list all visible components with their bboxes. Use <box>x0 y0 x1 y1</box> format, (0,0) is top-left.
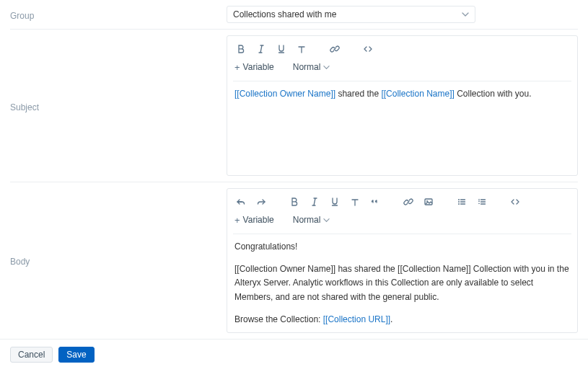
list-ol-icon[interactable] <box>473 193 491 210</box>
list-ul-icon[interactable] <box>452 193 471 210</box>
field-group: Collections shared with me <box>227 6 578 23</box>
svg-point-4 <box>458 203 460 205</box>
label-group: Group <box>10 8 227 21</box>
subject-toolbar-1 <box>227 36 577 59</box>
svg-point-1 <box>426 200 428 202</box>
code-icon[interactable] <box>359 40 377 58</box>
link-icon[interactable] <box>325 40 344 58</box>
redo-icon[interactable] <box>252 193 271 210</box>
save-button[interactable]: Save <box>58 347 94 363</box>
link-icon[interactable] <box>399 193 418 210</box>
svg-point-2 <box>458 199 460 200</box>
row-group: Group Collections shared with me <box>10 0 578 29</box>
variable-label: Variable <box>243 215 274 225</box>
group-select[interactable]: Collections shared with me <box>227 6 475 23</box>
body-line1: Congratulations! <box>234 240 570 254</box>
paragraph-style-dropdown[interactable]: Normal <box>289 212 335 228</box>
body-line3-after: . <box>390 314 392 324</box>
subject-text-tail: Collection with you. <box>455 89 532 99</box>
svg-point-3 <box>458 201 460 203</box>
chevron-down-icon <box>323 64 330 71</box>
form-footer: Cancel Save <box>0 339 588 370</box>
field-subject: +Variable Normal [[Collection Owner Name… <box>227 35 578 176</box>
field-body: +Variable Normal Congratulations! [[Coll… <box>227 188 578 333</box>
token-collection-url[interactable]: [[Collection URL]] <box>323 314 390 324</box>
insert-variable-button[interactable]: +Variable <box>232 212 280 228</box>
cancel-button[interactable]: Cancel <box>10 347 53 363</box>
body-toolbar-2: +Variable Normal <box>227 212 577 232</box>
bold-icon[interactable] <box>232 40 250 58</box>
label-subject: Subject <box>10 35 227 176</box>
subject-editor: +Variable Normal [[Collection Owner Name… <box>227 35 578 176</box>
paragraph-style-label: Normal <box>293 215 321 225</box>
paragraph-style-label: Normal <box>293 62 321 72</box>
quote-icon[interactable] <box>366 193 385 210</box>
svg-rect-0 <box>425 199 432 205</box>
row-body: Body <box>10 182 578 339</box>
subject-toolbar-2: +Variable Normal <box>227 59 577 79</box>
underline-icon[interactable] <box>325 193 344 210</box>
variable-label: Variable <box>243 62 274 72</box>
plus-icon: + <box>234 62 240 73</box>
body-line3-before: Browse the Collection: <box>234 314 323 324</box>
body-editor: +Variable Normal Congratulations! [[Coll… <box>227 188 578 333</box>
token-collection-name[interactable]: [[Collection Name]] <box>381 89 454 99</box>
row-subject: Subject +Variable Normal <box>10 29 578 182</box>
image-icon[interactable] <box>419 193 438 210</box>
body-content[interactable]: Congratulations! [[Collection Owner Name… <box>227 234 577 332</box>
undo-icon[interactable] <box>232 193 250 210</box>
plus-icon: + <box>234 215 240 226</box>
body-toolbar-1 <box>227 189 577 212</box>
body-line3: Browse the Collection: [[Collection URL]… <box>234 313 570 327</box>
subject-text: shared the <box>335 89 381 99</box>
italic-icon[interactable] <box>305 193 324 210</box>
bold-icon[interactable] <box>285 193 304 210</box>
text-style-icon[interactable] <box>292 40 311 58</box>
code-icon[interactable] <box>506 193 525 210</box>
label-body: Body <box>10 188 227 333</box>
italic-icon[interactable] <box>252 40 271 58</box>
chevron-down-icon <box>323 217 330 223</box>
body-line2: [[Collection Owner Name]] has shared the… <box>234 262 570 304</box>
text-style-icon[interactable] <box>346 193 364 210</box>
notification-form: Group Collections shared with me Subject <box>0 0 588 339</box>
subject-content[interactable]: [[Collection Owner Name]] shared the [[C… <box>227 81 577 175</box>
token-owner[interactable]: [[Collection Owner Name]] <box>234 89 335 99</box>
chevron-down-icon <box>462 11 469 18</box>
group-select-value: Collections shared with me <box>233 9 336 19</box>
underline-icon[interactable] <box>272 40 291 58</box>
insert-variable-button[interactable]: +Variable <box>232 59 280 75</box>
paragraph-style-dropdown[interactable]: Normal <box>289 59 335 75</box>
